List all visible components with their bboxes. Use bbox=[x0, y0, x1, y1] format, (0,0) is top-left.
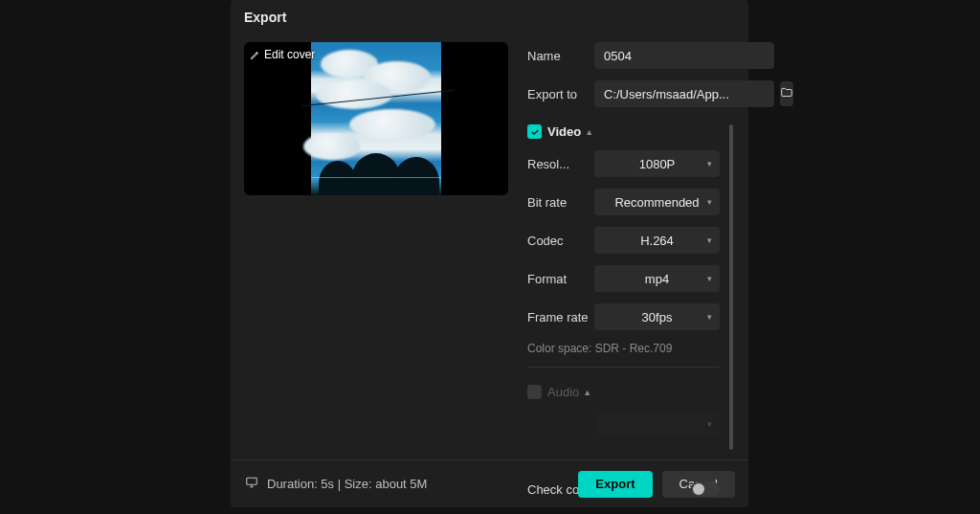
chevron-up-icon: ▲ bbox=[583, 388, 591, 397]
chevron-down-icon: ▾ bbox=[707, 159, 712, 168]
export-button[interactable]: Export bbox=[578, 471, 652, 498]
video-section-label: Video bbox=[547, 124, 581, 139]
video-checkbox[interactable] bbox=[527, 124, 542, 139]
codec-row: Codec H.264 ▾ bbox=[527, 227, 720, 254]
dialog-title: Export bbox=[231, 0, 748, 33]
audio-option-select: ▾ bbox=[594, 411, 720, 437]
preview-column: Edit cover bbox=[244, 42, 508, 459]
edit-cover-label: Edit cover bbox=[264, 48, 315, 61]
edit-cover-button[interactable]: Edit cover bbox=[250, 48, 315, 61]
dialog-body: Edit cover Name Export to bbox=[231, 33, 748, 459]
section-divider bbox=[527, 367, 720, 368]
resolution-label: Resol... bbox=[527, 157, 594, 171]
settings-panel: Name Export to Video bbox=[527, 42, 727, 459]
name-row: Name bbox=[527, 42, 720, 69]
toggle-knob bbox=[693, 483, 704, 495]
browse-folder-button[interactable] bbox=[780, 81, 793, 106]
audio-option-row: ▾ bbox=[527, 411, 720, 437]
framerate-row: Frame rate 30fps ▾ bbox=[527, 303, 720, 330]
color-space-info: Color space: SDR - Rec.709 bbox=[527, 342, 720, 355]
settings-scrollbar[interactable] bbox=[729, 124, 735, 450]
bitrate-label: Bit rate bbox=[527, 195, 594, 210]
bitrate-row: Bit rate Recommended ▾ bbox=[527, 189, 720, 215]
display-icon bbox=[244, 476, 259, 492]
chevron-down-icon: ▾ bbox=[707, 235, 712, 245]
bitrate-select[interactable]: Recommended ▾ bbox=[594, 189, 720, 215]
svg-rect-0 bbox=[247, 478, 257, 484]
pencil-icon bbox=[250, 50, 260, 60]
export-to-label: Export to bbox=[527, 87, 594, 101]
name-input[interactable] bbox=[594, 42, 774, 69]
framerate-label: Frame rate bbox=[527, 310, 594, 324]
resolution-row: Resol... 1080P ▾ bbox=[527, 150, 720, 177]
format-row: Format mp4 ▾ bbox=[527, 265, 720, 292]
copyright-toggle[interactable] bbox=[691, 481, 720, 497]
audio-section-header[interactable]: Audio ▲ bbox=[527, 385, 720, 399]
video-section-header[interactable]: Video ▲ bbox=[527, 124, 720, 139]
codec-select[interactable]: H.264 ▾ bbox=[594, 227, 720, 254]
cover-preview[interactable]: Edit cover bbox=[244, 42, 508, 195]
chevron-down-icon: ▾ bbox=[707, 419, 712, 429]
format-select[interactable]: mp4 ▾ bbox=[594, 265, 720, 292]
audio-section-label: Audio bbox=[547, 385, 579, 399]
chevron-down-icon: ▾ bbox=[707, 197, 712, 207]
settings-column: Name Export to Video bbox=[527, 42, 735, 459]
scrollbar-thumb[interactable] bbox=[729, 124, 733, 450]
export-to-input[interactable] bbox=[594, 80, 774, 107]
export-to-row: Export to bbox=[527, 80, 720, 107]
resolution-select[interactable]: 1080P ▾ bbox=[594, 150, 720, 177]
cover-image bbox=[311, 42, 441, 195]
dialog-footer: Duration: 5s | Size: about 5M Export Can… bbox=[231, 459, 748, 507]
chevron-down-icon: ▾ bbox=[707, 312, 712, 322]
audio-checkbox[interactable] bbox=[527, 385, 542, 399]
footer-info-text: Duration: 5s | Size: about 5M bbox=[267, 477, 427, 491]
export-dialog: Export Edit cover bbox=[231, 0, 748, 507]
footer-info: Duration: 5s | Size: about 5M bbox=[244, 476, 568, 492]
folder-icon bbox=[780, 86, 793, 102]
chevron-up-icon: ▲ bbox=[585, 127, 593, 137]
chevron-down-icon: ▾ bbox=[707, 274, 712, 283]
codec-label: Codec bbox=[527, 234, 594, 248]
name-label: Name bbox=[527, 49, 594, 63]
framerate-select[interactable]: 30fps ▾ bbox=[594, 303, 720, 330]
format-label: Format bbox=[527, 272, 594, 286]
